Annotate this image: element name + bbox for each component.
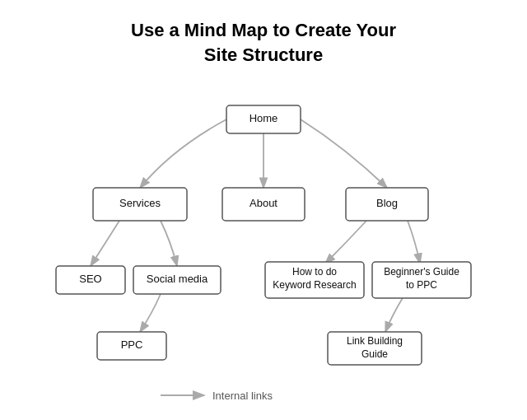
legend-label: Internal links <box>212 390 273 402</box>
beginners-guide-label1: Beginner's Guide <box>384 266 459 278</box>
link-building-label1: Link Building <box>347 335 403 347</box>
keyword-research-label2: Keyword Research <box>273 279 356 291</box>
about-label: About <box>250 197 277 209</box>
link-building-label2: Guide <box>361 348 388 360</box>
home-label: Home <box>250 112 278 124</box>
services-label: Services <box>119 197 161 209</box>
seo-label: SEO <box>79 273 101 285</box>
page: Use a Mind Map to Create Your Site Struc… <box>0 0 527 420</box>
ppc-label: PPC <box>121 338 143 351</box>
beginners-guide-label2: to PPC <box>406 279 437 291</box>
mind-map-diagram: Home Services About Blog SEO Social medi… <box>0 0 527 420</box>
blog-label: Blog <box>376 197 398 209</box>
keyword-research-label1: How to do <box>292 266 337 278</box>
social-media-label: Social media <box>147 273 208 285</box>
